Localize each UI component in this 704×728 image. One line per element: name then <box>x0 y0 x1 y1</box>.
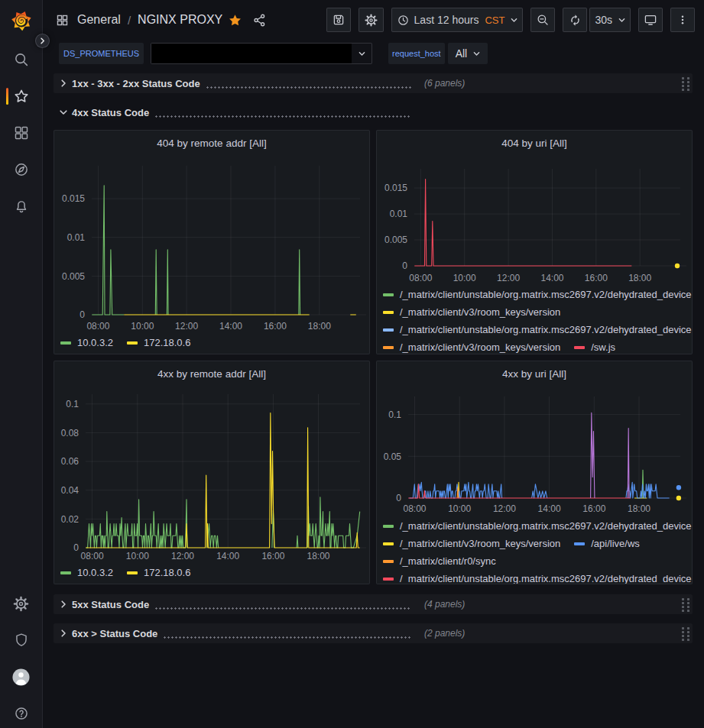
chart-legend: 10.0.3.2172.18.0.6 <box>60 334 366 351</box>
sidebar-expand-button[interactable] <box>35 34 50 48</box>
apps-icon <box>13 125 30 141</box>
svg-text:10:00: 10:00 <box>131 321 154 332</box>
datasource-variable-value[interactable] <box>151 43 372 64</box>
legend-item[interactable]: /_matrix/client/v3/room_keys/version <box>383 338 560 354</box>
svg-text:10:00: 10:00 <box>126 551 149 561</box>
chart-legend: 10.0.3.2172.18.0.6 <box>60 564 366 581</box>
favorite-star-icon <box>228 13 242 28</box>
dashboard-settings-button[interactable] <box>358 8 384 32</box>
time-range-label: Last 12 hours <box>414 14 479 26</box>
request-host-variable-value[interactable]: All <box>448 43 488 64</box>
save-icon <box>332 13 346 27</box>
legend-item[interactable]: /api/live/ws <box>574 535 640 552</box>
refresh-interval-dropdown[interactable]: 30s <box>589 8 631 32</box>
panel-title[interactable]: 404 by uri [All] <box>377 131 692 155</box>
svg-text:12:00: 12:00 <box>171 551 194 561</box>
legend-swatch <box>383 346 394 349</box>
svg-text:12:00: 12:00 <box>497 273 520 283</box>
chevron-right-icon <box>60 629 67 637</box>
svg-text:12:00: 12:00 <box>175 321 198 332</box>
panel-title[interactable]: 4xx by uri [All] <box>377 361 692 386</box>
chart-legend: /_matrix/client/unstable/org.matrix.msc2… <box>383 517 689 584</box>
breadcrumb-folder[interactable]: General <box>77 13 121 27</box>
clock-icon <box>397 14 410 27</box>
help-icon <box>13 705 30 722</box>
panel-title[interactable]: 404 by remote addr [All] <box>54 131 369 155</box>
legend-item[interactable]: /_matrix/client/unstable/org.matrix.msc2… <box>383 286 692 303</box>
refresh-button[interactable] <box>563 8 587 32</box>
legend-item[interactable]: /_matrix/client/v3/room_keys/version <box>383 303 560 321</box>
svg-text:14:00: 14:00 <box>540 273 563 283</box>
sidebar-item-explore[interactable] <box>0 151 42 188</box>
sidebar-item-dashboards[interactable] <box>0 115 42 151</box>
legend-swatch <box>383 311 394 314</box>
sidebar-item-help[interactable] <box>0 695 42 728</box>
svg-text:14:00: 14:00 <box>538 503 561 514</box>
tv-icon <box>644 13 657 27</box>
svg-text:0.06: 0.06 <box>61 456 79 467</box>
compass-icon <box>13 161 30 178</box>
timezone-label: CST <box>485 15 504 26</box>
dashboard-row-0[interactable]: 1xx - 3xx - 2xx Status Code (6 panels) <box>54 73 693 93</box>
sidebar-item-server-admin[interactable] <box>0 622 42 658</box>
svg-text:08:00: 08:00 <box>403 503 426 514</box>
legend-swatch <box>574 346 585 349</box>
legend-item[interactable]: 172.18.0.6 <box>127 334 190 351</box>
svg-text:0.08: 0.08 <box>61 428 79 438</box>
dashboard-row-1[interactable]: 4xx Status Code <box>54 102 693 122</box>
legend-item[interactable]: 10.0.3.2 <box>60 564 113 581</box>
sidebar-item-profile[interactable] <box>0 658 42 695</box>
breadcrumb-dashboard-title[interactable]: NGINX PROXY <box>138 13 222 27</box>
time-picker-button[interactable]: Last 12 hours CST <box>391 8 524 32</box>
row-dots <box>154 607 411 610</box>
legend-item[interactable]: /sw.js <box>574 338 615 354</box>
row-drag-handle[interactable] <box>681 626 690 641</box>
sidebar-item-grafana-home[interactable] <box>0 0 42 41</box>
dashboard-row-3[interactable]: 6xx > Status Code (2 panels) <box>54 623 693 643</box>
svg-text:16:00: 16:00 <box>585 273 608 283</box>
time-series-chart[interactable]: 00.020.040.060.080.108:0010:0012:0014:00… <box>54 361 369 584</box>
panel-title[interactable]: 4xx by remote addr [All] <box>54 361 369 386</box>
svg-text:0: 0 <box>79 309 85 320</box>
share-button[interactable] <box>252 13 267 28</box>
legend-swatch <box>383 525 394 528</box>
bell-icon <box>13 198 30 215</box>
kebab-menu-icon <box>676 14 689 26</box>
dashboard-canvas: 1xx - 3xx - 2xx Status Code (6 panels) 4… <box>54 73 693 643</box>
svg-text:16:00: 16:00 <box>264 321 287 332</box>
favorite-star-button[interactable] <box>228 13 242 28</box>
chevron-right-icon <box>60 79 67 87</box>
legend-item[interactable]: /_matrix/client/unstable/org.matrix.msc2… <box>383 321 692 338</box>
sidebar-item-starred[interactable] <box>0 78 42 115</box>
legend-item[interactable]: /_matrix/client/v3/room_keys/version <box>383 535 560 552</box>
legend-item[interactable]: /_matrix/client/unstable/org.matrix.msc2… <box>383 517 692 535</box>
request-host-variable-label[interactable]: request_host <box>388 43 445 64</box>
svg-text:18:00: 18:00 <box>307 551 329 561</box>
save-dashboard-button[interactable] <box>326 8 351 32</box>
legend-item[interactable]: 172.18.0.6 <box>127 564 190 581</box>
redacted-value <box>151 44 352 63</box>
sidebar-item-search[interactable] <box>0 41 42 78</box>
svg-text:18:00: 18:00 <box>628 503 650 514</box>
row-panel-count: (2 panels) <box>424 628 465 639</box>
row-panel-count: (6 panels) <box>424 78 465 89</box>
zoom-out-button[interactable] <box>530 8 555 32</box>
sidebar-item-configuration[interactable] <box>0 585 42 622</box>
sidebar-item-alerting[interactable] <box>0 188 42 225</box>
datasource-variable-label[interactable]: DS_PROMETHEUS <box>59 43 144 64</box>
row-drag-handle[interactable] <box>681 76 690 91</box>
row-drag-handle[interactable] <box>681 597 690 612</box>
tv-mode-button[interactable] <box>638 8 663 32</box>
time-series-chart[interactable]: 00.0050.010.01508:0010:0012:0014:0016:00… <box>54 131 369 354</box>
shield-icon <box>13 632 30 649</box>
svg-text:16:00: 16:00 <box>261 551 284 561</box>
legend-item[interactable]: /_matrix/client/r0/sync <box>383 552 496 570</box>
more-options-button[interactable] <box>670 8 695 32</box>
legend-item[interactable]: 10.0.3.2 <box>60 334 113 351</box>
svg-text:16:00: 16:00 <box>582 503 605 514</box>
svg-text:0: 0 <box>73 542 79 553</box>
dashboard-row-2[interactable]: 5xx Status Code (4 panels) <box>54 594 693 614</box>
legend-item[interactable]: /_matrix/client/unstable/org.matrix.msc2… <box>383 570 692 584</box>
svg-text:0.015: 0.015 <box>62 193 85 204</box>
chevron-right-icon <box>60 600 67 608</box>
